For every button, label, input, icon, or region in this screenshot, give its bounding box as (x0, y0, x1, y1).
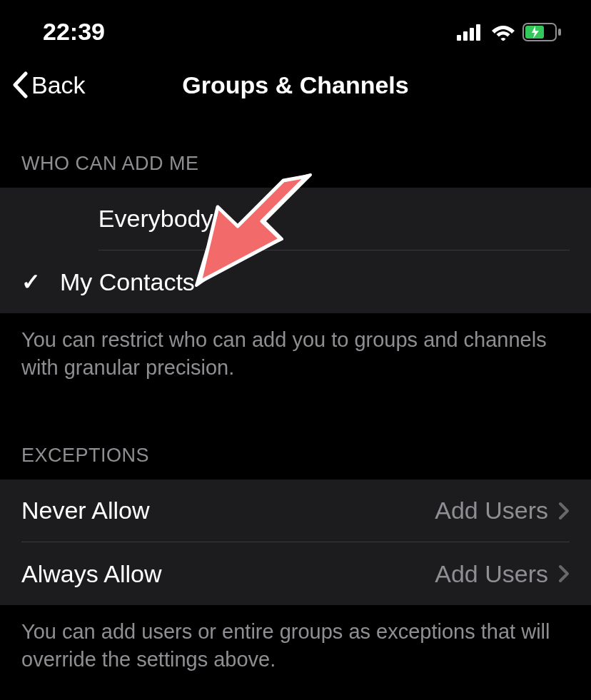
exception-never-allow[interactable]: Never Allow Add Users (0, 480, 591, 542)
battery-icon (522, 23, 562, 41)
option-label: Everybody (98, 205, 570, 233)
option-everybody[interactable]: Everybody (0, 188, 591, 250)
chevron-right-icon (558, 564, 570, 583)
section-header-exceptions: EXCEPTIONS (0, 395, 591, 480)
section-footer-exceptions: You can add users or entire groups as ex… (0, 605, 591, 686)
exception-label: Never Allow (21, 497, 435, 524)
status-time: 22:39 (43, 18, 105, 46)
wifi-icon (491, 24, 515, 41)
status-indicators (457, 23, 562, 41)
section-header-who-can-add: WHO CAN ADD ME (0, 117, 591, 188)
back-button[interactable]: Back (11, 71, 86, 99)
exception-label: Always Allow (21, 560, 435, 588)
svg-rect-0 (457, 35, 461, 41)
exception-value: Add Users (435, 560, 548, 588)
svg-rect-3 (476, 24, 480, 41)
who-can-add-list: Everybody ✓ My Contacts (0, 188, 591, 313)
exception-always-allow[interactable]: Always Allow Add Users (0, 542, 591, 605)
section-footer-who-can-add: You can restrict who can add you to grou… (0, 313, 591, 395)
svg-rect-1 (463, 31, 468, 41)
back-label: Back (31, 71, 86, 99)
navigation-bar: Back Groups & Channels (0, 60, 591, 117)
exceptions-list: Never Allow Add Users Always Allow Add U… (0, 480, 591, 605)
chevron-right-icon (558, 502, 570, 520)
exception-value: Add Users (435, 497, 548, 524)
status-bar: 22:39 (0, 0, 591, 60)
page-title: Groups & Channels (182, 71, 408, 99)
cellular-icon (457, 24, 484, 41)
svg-rect-2 (470, 28, 474, 41)
option-label: My Contacts (60, 268, 570, 296)
chevron-left-icon (11, 71, 29, 98)
option-my-contacts[interactable]: ✓ My Contacts (0, 250, 591, 313)
svg-rect-6 (558, 29, 561, 36)
checkmark-icon: ✓ (21, 268, 41, 295)
